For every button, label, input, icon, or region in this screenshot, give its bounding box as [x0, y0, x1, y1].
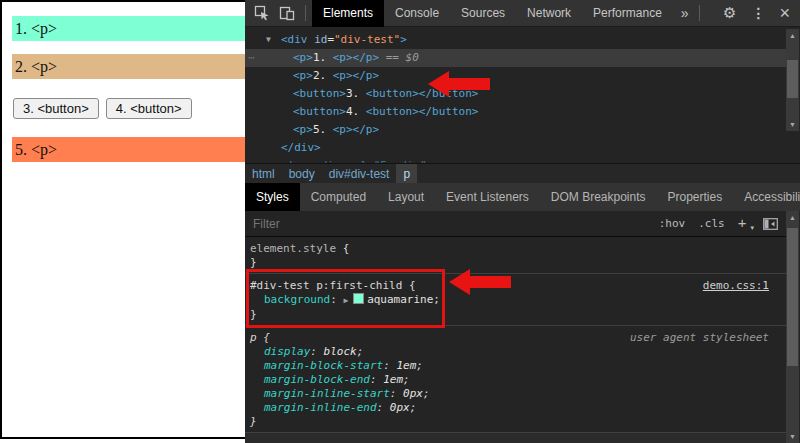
css-property-margin-inline-start[interactable]: margin-inline-start: 0px; [245, 387, 786, 401]
styles-tab-layout[interactable]: Layout [377, 183, 435, 211]
page-button-row: 3. <button>4. <button> [13, 98, 245, 119]
tree-row[interactable]: <p>5. <p></p> [245, 121, 800, 139]
tree-row[interactable]: </div> [245, 139, 800, 157]
rendered-page: 1. <p>2. <p>3. <button>4. <button>5. <p> [0, 0, 245, 439]
kebab-menu-icon[interactable]: ⋮ [743, 5, 773, 21]
elements-tree: ▼<div id="div-test">⋯<p>1. <p></p> == $0… [245, 27, 800, 163]
breadcrumb-item-html[interactable]: html [245, 164, 282, 184]
toggle-sidebar-icon[interactable] [763, 218, 778, 230]
styles-filter-input[interactable] [245, 216, 659, 232]
breadcrumb-item-body[interactable]: body [282, 164, 322, 184]
scroll-down-icon[interactable]: ▼ [786, 430, 799, 443]
elements-tree-rows: ▼<div id="div-test">⋯<p>1. <p></p> == $0… [245, 27, 800, 163]
tree-row[interactable]: <p>2. <p></p> [245, 67, 800, 85]
page-paragraph: 2. <p> [12, 54, 245, 79]
css-rule-p: user agent stylesheetp {display: block;m… [245, 326, 786, 433]
page-button-3-button[interactable]: 3. <button> [13, 98, 99, 119]
tree-row[interactable]: <button>4. <button></button> [245, 103, 800, 121]
styles-tab-accessibility[interactable]: Accessibility [733, 183, 800, 211]
stylesheet-origin: user agent stylesheet [630, 331, 769, 345]
inspect-element-icon[interactable] [254, 5, 270, 21]
annotation-box [246, 269, 445, 328]
scroll-up-icon[interactable]: ▲ [786, 211, 799, 224]
devtools-panel: ElementsConsoleSourcesNetworkPerformance… [245, 0, 800, 443]
scroll-down-icon[interactable]: ▼ [786, 118, 799, 131]
tree-row[interactable]: ▼<div id="div-test"> [245, 31, 800, 49]
styles-filter-bar: :hov .cls + ▾ [245, 211, 786, 237]
css-property-margin-inline-end[interactable]: margin-inline-end: 0px; [245, 401, 786, 415]
elements-scrollbar[interactable]: ▲ ▼ [786, 29, 799, 131]
css-property-display[interactable]: display: block; [245, 345, 786, 359]
new-style-rule-button[interactable]: + [738, 214, 747, 231]
rule-selector: element.style { [245, 242, 786, 256]
settings-gear-icon[interactable]: ⚙ [716, 4, 743, 22]
close-icon[interactable]: × [773, 0, 800, 27]
tree-row-text: </div> [245, 139, 321, 157]
toolbar-divider-right [699, 5, 700, 21]
device-toolbar-icon[interactable] [279, 5, 295, 21]
annotation-arrow-styles [449, 269, 511, 295]
styles-sections: element.style {}demo.css:1#div-test p:fi… [245, 237, 786, 433]
toggle-class-button[interactable]: .cls [698, 217, 725, 230]
devtools-toolbar: ElementsConsoleSourcesNetworkPerformance… [245, 0, 800, 27]
styles-tab-event-listeners[interactable]: Event Listeners [435, 183, 540, 211]
breadcrumb-item-div-div-test[interactable]: div#div-test [322, 164, 397, 184]
tree-row[interactable]: <button>3. <button></button> [245, 85, 800, 103]
styles-tab-dom-breakpoints[interactable]: DOM Breakpoints [540, 183, 657, 211]
styles-pane: element.style {}demo.css:1#div-test p:fi… [245, 237, 786, 443]
toolbar-divider [305, 5, 306, 21]
page-paragraph: 5. <p> [12, 137, 245, 162]
new-rule-caret-icon: ▾ [750, 224, 754, 232]
rule-close-brace: } [245, 415, 786, 429]
annotation-arrow-elements [428, 71, 490, 97]
tree-row-text: <p>2. <p></p> [245, 67, 379, 85]
more-tabs-icon[interactable]: » [673, 5, 697, 21]
toolbar-tab-elements[interactable]: Elements [312, 0, 384, 27]
css-property-margin-block-end[interactable]: margin-block-end: 1em; [245, 373, 786, 387]
devtools-tabs: ElementsConsoleSourcesNetworkPerformance [312, 0, 673, 27]
stylesheet-link[interactable]: demo.css:1 [703, 279, 769, 293]
styles-tabs: StylesComputedLayoutEvent ListenersDOM B… [245, 183, 800, 211]
toolbar-right-controls: ⚙ ⋮ × [716, 0, 800, 27]
css-property-margin-block-start[interactable]: margin-block-start: 1em; [245, 359, 786, 373]
styles-scrollbar[interactable]: ▲ ▼ [786, 211, 799, 443]
tree-row-text: <button>4. <button></button> [245, 103, 478, 121]
toolbar-tab-performance[interactable]: Performance [582, 0, 673, 27]
toolbar-tab-network[interactable]: Network [516, 0, 582, 27]
expand-arrow-icon[interactable]: ▼ [266, 31, 271, 49]
toolbar-tab-console[interactable]: Console [384, 0, 450, 27]
toolbar-tab-sources[interactable]: Sources [450, 0, 516, 27]
scroll-up-icon[interactable]: ▲ [786, 29, 799, 42]
scrollbar-thumb[interactable] [787, 228, 798, 366]
overflow-dots-icon[interactable]: ⋯ [248, 49, 256, 67]
tree-row-text: <p>5. <p></p> [245, 121, 379, 139]
tree-row-text: <p>1. <p></p> == $0 [245, 49, 419, 67]
styles-tab-properties[interactable]: Properties [657, 183, 734, 211]
breadcrumb: htmlbodydiv#div-testp [245, 163, 800, 183]
toggle-hover-state-button[interactable]: :hov [659, 217, 686, 230]
rule-close-brace: } [245, 256, 786, 270]
breadcrumb-item-p[interactable]: p [396, 164, 417, 184]
page-button-4-button[interactable]: 4. <button> [106, 98, 192, 119]
page-paragraph: 1. <p> [12, 16, 245, 41]
tree-row[interactable]: ⋯<p>1. <p></p> == $0 [245, 49, 786, 67]
next-section-clipped [245, 433, 786, 443]
scrollbar-thumb[interactable] [787, 60, 798, 98]
styles-tab-computed[interactable]: Computed [300, 183, 377, 211]
styles-tab-styles[interactable]: Styles [245, 183, 300, 211]
page-content: 1. <p>2. <p>3. <button>4. <button>5. <p> [2, 16, 245, 162]
